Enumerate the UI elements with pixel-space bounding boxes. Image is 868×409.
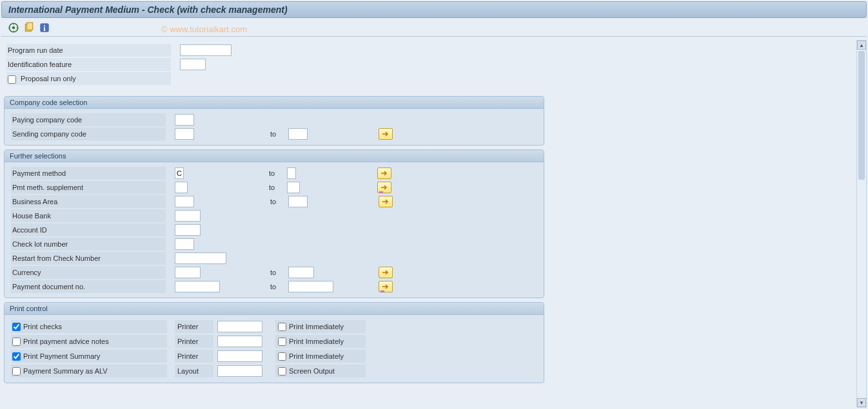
print-right-option-wrap: Print Immediately xyxy=(275,350,366,363)
sending-company-code-label: Sending company code xyxy=(11,128,166,140)
print-control-row: Print Payment SummaryPrinterPrint Immedi… xyxy=(11,349,537,363)
printer-layout-input[interactable] xyxy=(217,350,262,362)
print-right-label: Print Immediately xyxy=(289,323,344,330)
restart-from-check-number-label: Restart from Check Number xyxy=(11,252,166,265)
printer-layout-input[interactable] xyxy=(217,321,262,332)
print-control-row: Payment Summary as ALVLayoutScreen Outpu… xyxy=(11,364,537,378)
svg-rect-7 xyxy=(27,23,33,30)
business-area-from-input[interactable] xyxy=(175,196,194,207)
printer-layout-label: Layout xyxy=(175,365,213,377)
print-right-label: Print Immediately xyxy=(289,352,344,360)
sending-company-code-from-input[interactable] xyxy=(175,128,194,140)
payment-method-label: Payment method xyxy=(11,167,166,180)
check-lot-number-input[interactable] xyxy=(175,238,194,250)
print-right-checkbox[interactable] xyxy=(278,367,286,376)
vertical-scrollbar[interactable]: ▲ ▼ xyxy=(856,40,867,408)
printer-layout-label: Printer xyxy=(175,335,213,348)
multiple-selection-button[interactable] xyxy=(377,167,391,179)
multiple-selection-button[interactable] xyxy=(377,182,391,193)
to-label: to xyxy=(269,169,282,177)
info-icon[interactable]: i xyxy=(39,22,50,33)
to-label: to xyxy=(269,184,282,191)
payment-method-to-input[interactable] xyxy=(287,167,296,179)
printer-layout-label: Printer xyxy=(175,350,213,363)
content-area: Program run date Identification feature … xyxy=(0,42,868,383)
identification-feature-input[interactable] xyxy=(180,59,206,70)
pmt-meth-supplement-label: Pmt meth. supplement xyxy=(11,181,166,194)
proposal-run-only-checkbox[interactable] xyxy=(8,75,16,84)
get-variant-icon[interactable] xyxy=(23,22,35,33)
pmt-meth-supplement-to-input[interactable] xyxy=(287,182,300,193)
account-id-input[interactable] xyxy=(175,224,201,236)
print-right-checkbox[interactable] xyxy=(278,338,286,346)
scroll-up-icon[interactable]: ▲ xyxy=(857,41,866,50)
group-print-control-header: Print control xyxy=(5,303,544,315)
print-option-label: Print payment advice notes xyxy=(23,338,109,345)
print-option-checkbox[interactable] xyxy=(12,338,21,346)
print-right-label: Screen Output xyxy=(289,367,335,375)
paying-company-code-input[interactable] xyxy=(175,114,194,126)
print-right-label: Print Immediately xyxy=(289,338,344,345)
identification-feature-label: Identification feature xyxy=(6,58,171,71)
print-right-option-wrap: Screen Output xyxy=(275,365,366,377)
print-control-row: Print checksPrinterPrint Immediately xyxy=(11,319,537,334)
currency-to-input[interactable] xyxy=(288,267,314,278)
print-right-option-wrap: Print Immediately xyxy=(275,335,366,348)
print-option-label-wrap: Payment Summary as ALV xyxy=(11,365,167,377)
multiple-selection-button[interactable] xyxy=(379,267,393,278)
print-option-checkbox[interactable] xyxy=(12,323,21,331)
pmt-meth-supplement-from-input[interactable] xyxy=(175,182,188,193)
print-option-checkbox[interactable] xyxy=(12,352,21,361)
house-bank-input[interactable] xyxy=(175,210,201,222)
proposal-run-only-wrap: Proposal run only xyxy=(6,72,171,85)
print-right-checkbox[interactable] xyxy=(278,323,286,331)
print-option-label-wrap: Print checks xyxy=(11,320,167,333)
paying-company-code-label: Paying company code xyxy=(11,113,166,126)
business-area-to-input[interactable] xyxy=(288,196,308,207)
payment-document-no-from-input[interactable] xyxy=(175,281,220,292)
to-label: to xyxy=(270,198,283,205)
currency-from-input[interactable] xyxy=(175,267,201,278)
program-run-date-label: Program run date xyxy=(6,44,171,57)
print-option-label: Print Payment Summary xyxy=(23,352,100,360)
to-label: to xyxy=(270,130,283,138)
program-run-date-input[interactable] xyxy=(180,44,232,56)
scroll-thumb[interactable] xyxy=(858,51,865,180)
print-right-checkbox[interactable] xyxy=(278,352,286,361)
payment-document-no-label: Payment document no. xyxy=(11,280,166,293)
print-option-label-wrap: Print payment advice notes xyxy=(11,335,167,348)
payment-method-from-input[interactable] xyxy=(175,167,184,179)
account-id-label: Account ID xyxy=(11,224,166,236)
svg-point-1 xyxy=(12,26,15,30)
svg-text:i: i xyxy=(43,24,46,33)
toolbar: i xyxy=(1,19,867,37)
payment-document-no-to-input[interactable] xyxy=(288,281,333,292)
check-lot-number-label: Check lot number xyxy=(11,238,166,251)
business-area-label: Business Area xyxy=(11,195,166,208)
to-label: to xyxy=(270,269,283,276)
print-option-checkbox[interactable] xyxy=(12,367,21,376)
printer-layout-input[interactable] xyxy=(217,365,262,377)
multiple-selection-button[interactable] xyxy=(379,196,393,207)
group-further-selections-header: Further selections xyxy=(5,150,544,162)
printer-layout-label: Printer xyxy=(175,320,213,333)
group-further-selections: Further selections Payment method to Pmt… xyxy=(4,149,544,298)
print-option-label-wrap: Print Payment Summary xyxy=(11,350,167,363)
print-option-label: Payment Summary as ALV xyxy=(23,367,108,375)
group-print-control: Print control Print checksPrinterPrint I… xyxy=(4,302,544,383)
proposal-run-only-label: Proposal run only xyxy=(21,75,76,82)
print-control-row: Print payment advice notesPrinterPrint I… xyxy=(11,334,537,348)
house-bank-label: House Bank xyxy=(11,209,166,222)
group-company-code-header: Company code selection xyxy=(5,97,544,109)
print-right-option-wrap: Print Immediately xyxy=(275,320,366,333)
restart-from-check-number-input[interactable] xyxy=(175,252,226,264)
execute-icon[interactable] xyxy=(8,22,19,33)
page-title: International Payment Medium - Check (wi… xyxy=(1,1,867,18)
scroll-down-icon[interactable]: ▼ xyxy=(857,398,866,407)
multiple-selection-button[interactable] xyxy=(379,128,393,140)
to-label: to xyxy=(270,283,283,290)
currency-label: Currency xyxy=(11,266,166,279)
multiple-selection-button[interactable] xyxy=(379,281,393,292)
printer-layout-input[interactable] xyxy=(217,336,262,347)
sending-company-code-to-input[interactable] xyxy=(288,128,308,140)
